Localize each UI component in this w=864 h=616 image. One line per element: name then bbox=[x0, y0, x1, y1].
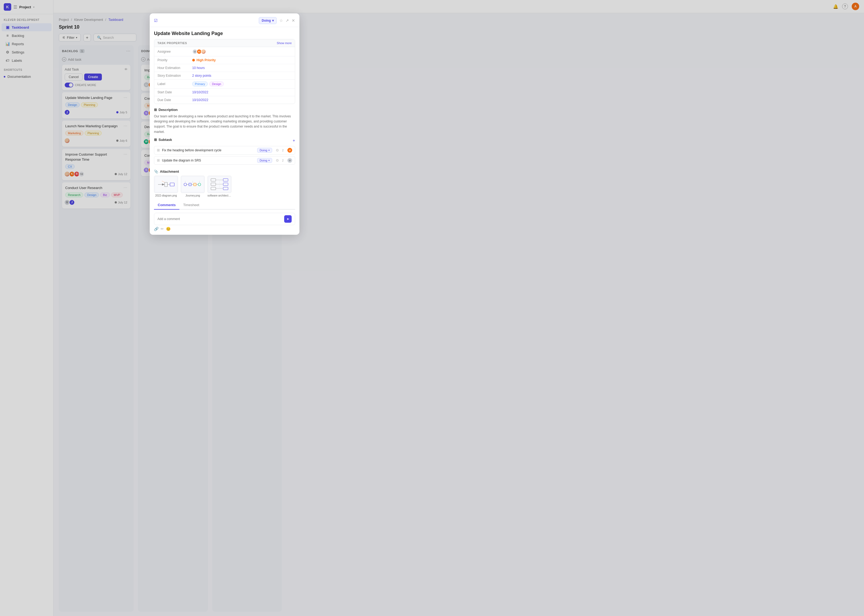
subtask-icon: ⊞ bbox=[154, 138, 157, 142]
subtask-count: 2 bbox=[282, 149, 284, 152]
subtask-row: ⊞ Update the diagram in SRS Doing ▾ ⊙ 2 … bbox=[154, 156, 295, 165]
task-detail-panel: ☑ Doing ▾ ☆ ↗ ✕ Update Website Landing P… bbox=[150, 13, 299, 235]
share-icon[interactable]: ↗ bbox=[286, 18, 289, 23]
prop-due-date: Due Date 10/10/2022 bbox=[154, 96, 295, 104]
attachment-item[interactable]: software architect...jpg bbox=[207, 176, 231, 197]
close-icon[interactable]: ✕ bbox=[292, 18, 295, 23]
attachment-grid: 2022-diagram.png bbox=[154, 176, 295, 197]
attachment-name: Journey.png bbox=[185, 194, 200, 197]
status-arrow-icon: ▾ bbox=[272, 19, 274, 22]
prop-priority: Priority High Priority bbox=[154, 57, 295, 64]
attachment-name: 2022-diagram.png bbox=[155, 194, 177, 197]
comment-input[interactable] bbox=[157, 217, 282, 221]
edit-icon[interactable]: ✏ bbox=[161, 227, 164, 231]
subtask-row: ⊞ Fix the heading before development cyc… bbox=[154, 146, 295, 154]
priority-dot bbox=[192, 59, 195, 61]
attachment-thumb bbox=[181, 176, 205, 193]
subtask-section: ⊞ Subtask + ⊞ Fix the heading before dev… bbox=[150, 138, 299, 170]
due-date-value: 10/10/2022 bbox=[192, 98, 208, 102]
description-section: ⊞ Description Our team will be developin… bbox=[150, 108, 299, 138]
architecture-thumbnail bbox=[209, 177, 230, 192]
show-more-button[interactable]: Show more bbox=[276, 41, 292, 45]
subtask-heading: ⊞ Subtask bbox=[154, 138, 172, 142]
comment-action-bar: 🔗 ✏ 😊 bbox=[154, 225, 295, 231]
status-button[interactable]: Doing ▾ bbox=[259, 17, 276, 24]
prop-start-date: Start Date 10/10/2022 bbox=[154, 88, 295, 96]
diagram-thumbnail bbox=[156, 177, 177, 192]
attachment-heading: 📎 Attachment bbox=[154, 170, 295, 173]
subtask-circle-icon: ⊙ bbox=[276, 148, 279, 152]
status-label: Doing bbox=[262, 19, 271, 22]
emoji-icon[interactable]: 😊 bbox=[166, 227, 171, 231]
subtask-status-button[interactable]: Doing ▾ bbox=[257, 158, 272, 163]
journey-thumbnail bbox=[182, 177, 203, 192]
priority-value: High Priority bbox=[196, 58, 216, 62]
overlay-background[interactable]: ☑ Doing ▾ ☆ ↗ ✕ Update Website Landing P… bbox=[0, 0, 864, 616]
attachment-item[interactable]: 2022-diagram.png bbox=[154, 176, 178, 197]
comments-section: Comments Timesheet ➤ 🔗 ✏ 😊 bbox=[150, 201, 299, 235]
detail-header: ☑ Doing ▾ ☆ ↗ ✕ bbox=[150, 13, 299, 27]
label-primary: Primary bbox=[192, 82, 208, 86]
label-design: Design bbox=[209, 82, 224, 86]
subtask-circle-icon: ⊙ bbox=[276, 158, 279, 162]
attachment-thumb bbox=[154, 176, 178, 193]
prop-label: Label Primary Design bbox=[154, 80, 295, 88]
star-icon[interactable]: ☆ bbox=[280, 18, 283, 23]
description-icon: ⊞ bbox=[154, 108, 157, 112]
attachment-thumb bbox=[207, 176, 231, 193]
attachment-section: 📎 Attachment bbox=[150, 170, 299, 201]
start-date-value: 10/10/2022 bbox=[192, 90, 208, 94]
comment-input-area: ➤ bbox=[154, 213, 295, 225]
task-properties-section: TASK PROPERTIES Show more Assignee U K bbox=[154, 39, 295, 104]
subtask-count: 2 bbox=[282, 159, 284, 162]
tab-timesheet[interactable]: Timesheet bbox=[179, 201, 203, 210]
story-value: 2 story points bbox=[192, 74, 211, 77]
attachment-name: software architect...jpg bbox=[207, 194, 231, 197]
prop-hour-estimation: Hour Estimation 10 hours bbox=[154, 64, 295, 72]
link-icon[interactable]: 🔗 bbox=[154, 227, 159, 231]
description-text: Our team will be developing a new softwa… bbox=[154, 114, 295, 135]
attachment-item[interactable]: Journey.png bbox=[181, 176, 205, 197]
subtask-title: Update the diagram in SRS bbox=[162, 159, 255, 162]
add-subtask-button[interactable]: + bbox=[293, 138, 295, 143]
props-label: TASK PROPERTIES bbox=[157, 41, 187, 45]
svg-rect-12 bbox=[193, 183, 196, 186]
prop-assignee: Assignee U K bbox=[154, 47, 295, 57]
subtask-title: Fix the heading before development cycle bbox=[162, 148, 255, 152]
description-heading: ⊞ Description bbox=[154, 108, 295, 112]
subtask-item-icon: ⊞ bbox=[157, 148, 160, 152]
svg-rect-10 bbox=[189, 183, 192, 186]
subtask-item-icon: ⊞ bbox=[157, 158, 160, 162]
task-type-icon: ☑ bbox=[154, 18, 157, 23]
attachment-icon: 📎 bbox=[154, 170, 158, 173]
prop-story-estimation: Story Estimation 2 story points bbox=[154, 72, 295, 80]
subtask-avatar: U bbox=[287, 158, 292, 163]
assignee-avatar-img bbox=[201, 49, 206, 54]
subtask-avatar: U bbox=[287, 148, 292, 152]
task-title: Update Website Landing Page bbox=[150, 27, 299, 39]
detail-tabs: Comments Timesheet bbox=[154, 201, 295, 210]
send-comment-button[interactable]: ➤ bbox=[284, 215, 292, 223]
tab-comments[interactable]: Comments bbox=[154, 201, 179, 210]
hour-value: 10 hours bbox=[192, 66, 205, 70]
subtask-status-button[interactable]: Doing ▾ bbox=[257, 148, 272, 152]
